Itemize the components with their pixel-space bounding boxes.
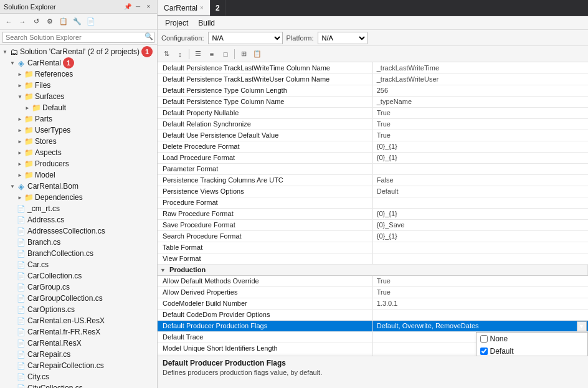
dropdown-arrow-btn[interactable]: ▼ <box>577 321 587 331</box>
tree-item-citycollection-cs[interactable]: 📄CityCollection.cs <box>0 382 157 388</box>
prop-row-allow-derived-properties[interactable]: Allow Derived PropertiesTrue <box>158 286 588 298</box>
prop-row-default-property-nullable[interactable]: Default Property NullableTrue <box>158 107 588 118</box>
config-select[interactable]: N/A <box>208 32 283 44</box>
tree-label-city-cs: City.cs <box>27 372 49 381</box>
tree-item-car-cs[interactable]: 📄Car.cs <box>0 259 157 270</box>
tb-all-files-btn[interactable]: 📋 <box>57 16 70 28</box>
prop-row-persistence-tracking-columns-are-utc[interactable]: Persistence Tracking Columns Are UTCFals… <box>158 174 588 186</box>
tree-item-carrepair-cs[interactable]: 📄CarRepair.cs <box>0 349 157 360</box>
panel-pin-btn[interactable]: 📌 <box>123 2 132 11</box>
panel-close-btn[interactable]: × <box>144 2 153 11</box>
tree-item-carcollection-cs[interactable]: 📄CarCollection.cs <box>0 270 157 282</box>
prop-row-default-persistence-type-column-name[interactable]: Default Persistence Type Column Name_typ… <box>158 96 588 107</box>
panel-min-btn[interactable]: ─ <box>133 2 143 11</box>
prop-row-default-relation-synchronize[interactable]: Default Relation SynchronizeTrue <box>158 118 588 130</box>
checkbox-input[interactable] <box>480 335 488 343</box>
props-grid[interactable]: Default Persistence TrackLastWriteTime C… <box>158 62 588 356</box>
solution-badge: 1 <box>141 46 153 57</box>
search-button[interactable]: 🔍 <box>145 32 153 40</box>
tree-item-caroptions-cs[interactable]: 📄CarOptions.cs <box>0 304 157 315</box>
tab-close-btn[interactable]: × <box>200 4 204 11</box>
prop-row-codemodeler-build-number[interactable]: CodeModeler Build Number1.3.0.1 <box>158 298 588 309</box>
cs-files-container: 📄_cm_rt.cs📄Address.cs📄AddressesCollectio… <box>0 203 157 388</box>
prop-row-default-producer-production-flags[interactable]: Default Producer Production FlagsDefault… <box>158 320 588 331</box>
prop-value: Default <box>372 186 587 197</box>
tree-item-city-cs[interactable]: 📄City.cs <box>0 371 157 382</box>
tree-item-solution[interactable]: ▼ 🗂 Solution 'CarRental' (2 of 2 project… <box>0 46 157 57</box>
tb-filter-btn[interactable]: 🔧 <box>71 16 83 28</box>
tb-refresh-btn[interactable]: ↺ <box>30 16 42 28</box>
tree-item-carrepaircollection-cs[interactable]: 📄CarRepairCollection.cs <box>0 360 157 371</box>
tree-item-carrental[interactable]: ▼ ◈ CarRental 1 <box>0 57 157 69</box>
prop-row-default-persistence-type-column-length[interactable]: Default Persistence Type Column Length25… <box>158 85 588 96</box>
file-icon-carrental.en-us.resx: 📄 <box>16 316 26 326</box>
prop-row-default-use-persistence-default-value[interactable]: Default Use Persistence Default ValueTru… <box>158 130 588 141</box>
tree-item-carrental-en-us-resx[interactable]: 📄CarRental.en-US.ResX <box>0 315 157 326</box>
tree-item-usertypes[interactable]: ► 📁 UserTypes <box>0 125 157 136</box>
prop-row-delete-procedure-format[interactable]: Delete Procedure Format{0}_{1} <box>158 141 588 152</box>
prop-row-default-persistence-tracklastwritetime-column-name[interactable]: Default Persistence TrackLastWriteTime C… <box>158 62 588 73</box>
tree-item-branchcollection-cs[interactable]: 📄BranchCollection.cs <box>0 248 157 259</box>
tree-item-aspects[interactable]: ► 📁 Aspects <box>0 147 157 158</box>
tree-item-addressescollection-cs[interactable]: 📄AddressesCollection.cs <box>0 225 157 237</box>
tree-container[interactable]: ▼ 🗂 Solution 'CarRental' (2 of 2 project… <box>0 45 157 388</box>
tree-item-carrental-bom[interactable]: ▼ ◈ CarRental.Bom <box>0 181 157 192</box>
tree-arrow-carrental: ▼ <box>9 59 16 67</box>
menu-build[interactable]: Build <box>193 17 220 29</box>
tree-item-address-cs[interactable]: 📄Address.cs <box>0 214 157 225</box>
prop-row-table-format[interactable]: Table Format <box>158 242 588 253</box>
prop-list-btn[interactable]: □ <box>219 48 232 60</box>
tab-carrental[interactable]: CarRental × <box>158 0 211 16</box>
tree-item-_cm_rt-cs[interactable]: 📄_cm_rt.cs <box>0 203 157 214</box>
solution-explorer-toolbar: ← → ↺ ⚙ 📋 🔧 📄 <box>0 14 157 30</box>
menu-project[interactable]: Project <box>160 17 193 29</box>
prop-row-procedure-format[interactable]: Procedure Format <box>158 197 588 208</box>
tb-forward-btn[interactable]: → <box>16 16 29 28</box>
tb-properties-btn[interactable]: ⚙ <box>44 16 56 28</box>
tb-back-btn[interactable]: ← <box>2 16 15 28</box>
checkbox-input[interactable] <box>480 348 488 355</box>
tree-item-cargroupcollection-cs[interactable]: 📄CarGroupCollection.cs <box>0 293 157 304</box>
prop-clipboard-btn[interactable]: 📋 <box>251 48 263 60</box>
prop-row-load-procedure-format[interactable]: Load Procedure Format{0}_{1} <box>158 152 588 163</box>
tree-item-default[interactable]: ► 📁 Default <box>0 102 157 113</box>
prop-row-save-procedure-format[interactable]: Save Procedure Format{0}_Save <box>158 219 588 230</box>
tree-item-stores[interactable]: ► 📁 Stores <box>0 136 157 147</box>
prop-name: Search Procedure Format <box>158 230 372 242</box>
prop-value[interactable]: Default, Overwrite, RemoveDates▼NoneDefa… <box>372 320 587 331</box>
tree-item-dependencies[interactable]: ► 📁 Dependencies <box>0 192 157 203</box>
tree-item-references[interactable]: ► 📁 References <box>0 69 157 80</box>
sort-cat-btn[interactable]: ⇅ <box>160 48 173 60</box>
prop-row-allow-default-methods-override[interactable]: Allow Default Methods OverrideTrue <box>158 275 588 286</box>
tree-item-producers[interactable]: ► 📁 Producers <box>0 158 157 169</box>
platform-select[interactable]: N/A <box>318 32 368 44</box>
prop-row-view-format[interactable]: View Format <box>158 253 588 264</box>
tree-item-files[interactable]: ► 📁 Files <box>0 80 157 91</box>
prop-value: True <box>372 130 587 141</box>
section-toggle[interactable]: ▼ <box>160 267 168 273</box>
checkbox-option-none[interactable]: None <box>477 333 587 345</box>
prop-row-persistence-views-options[interactable]: Persistence Views OptionsDefault <box>158 186 588 197</box>
checkbox-option-default[interactable]: Default <box>477 345 587 356</box>
folder-deps-icon: 📁 <box>24 192 34 202</box>
prop-row-parameter-format[interactable]: Parameter Format <box>158 163 588 174</box>
prop-row-raw-procedure-format[interactable]: Raw Procedure Format{0}_{1} <box>158 208 588 219</box>
search-input[interactable] <box>2 32 154 43</box>
tree-item-carrental-fr-fr-resx[interactable]: 📄CarRental.fr-FR.ResX <box>0 326 157 338</box>
tree-item-branch-cs[interactable]: 📄Branch.cs <box>0 237 157 248</box>
prop-row-default-persistence-tracklastwriteuser-column-name[interactable]: Default Persistence TrackLastWriteUser C… <box>158 73 588 85</box>
sort-alpha-btn[interactable]: ↕ <box>174 48 186 60</box>
tree-item-carrental-resx[interactable]: 📄CarRental.ResX <box>0 338 157 349</box>
prop-row-search-procedure-format[interactable]: Search Procedure Format{0}_{1} <box>158 230 588 242</box>
tab-add-badge[interactable]: 2 <box>211 0 225 16</box>
prop-pages-btn[interactable]: ☰ <box>192 48 204 60</box>
tree-item-model[interactable]: ► 📁 Model <box>0 169 157 181</box>
prop-cmd-btn[interactable]: ⊞ <box>237 48 250 60</box>
tree-item-cargroup-cs[interactable]: 📄CarGroup.cs <box>0 282 157 293</box>
tree-item-surfaces[interactable]: ▼ 📁 Surfaces <box>0 91 157 102</box>
prop-grid-btn[interactable]: ≡ <box>206 48 218 60</box>
tree-item-parts[interactable]: ► 📁 Parts <box>0 113 157 125</box>
tree-arrow-parts: ► <box>16 115 24 123</box>
tb-new-solution-btn[interactable]: 📄 <box>85 16 97 28</box>
prop-row-default-codedom-provider-options[interactable]: Default CodeDom Provider Options <box>158 309 588 320</box>
